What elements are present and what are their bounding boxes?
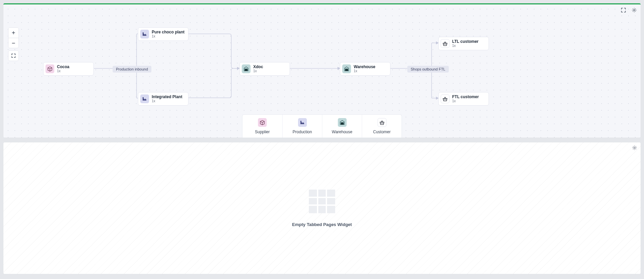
node-palette: Supplier Production Warehouse Customer	[242, 114, 402, 138]
node-pure-choco[interactable]: Pure choco plant 1x	[138, 27, 188, 41]
empty-widget-text: Empty Tabbed Pages Widget	[292, 222, 352, 227]
canvas-toolbar	[620, 6, 638, 14]
box-icon	[46, 64, 54, 73]
node-sub: 1x	[354, 69, 375, 73]
warehouse-icon	[242, 64, 251, 73]
node-sub: 1x	[452, 99, 479, 103]
node-ftl-customer[interactable]: FTL customer 1x	[438, 92, 489, 106]
palette-label: Warehouse	[332, 130, 352, 134]
diagram-canvas[interactable]: Production inbound Shops outbound FTL Co…	[3, 3, 641, 138]
zoom-in-button[interactable]	[8, 28, 19, 38]
node-sub: 1x	[152, 34, 184, 38]
svg-rect-2	[309, 190, 335, 213]
node-sub: 1x	[452, 44, 478, 48]
fit-view-button[interactable]	[8, 51, 19, 61]
basket-icon	[441, 39, 449, 48]
zoom-out-button[interactable]	[8, 38, 19, 48]
factory-icon	[140, 94, 149, 103]
tabbed-pages-widget: Empty Tabbed Pages Widget	[3, 142, 641, 274]
node-title: LTL customer	[452, 39, 478, 44]
gear-icon[interactable]	[632, 145, 637, 152]
node-title: Xdoc	[253, 64, 263, 69]
basket-icon	[441, 94, 449, 103]
zoom-controls	[8, 27, 19, 61]
palette-customer[interactable]: Customer	[362, 115, 402, 138]
node-ltl-customer[interactable]: LTL customer 1x	[438, 37, 489, 50]
node-warehouse[interactable]: Warehouse 1x	[340, 62, 390, 76]
empty-state: Empty Tabbed Pages Widget	[292, 190, 352, 227]
basket-icon	[378, 118, 386, 127]
node-title: Pure choco plant	[152, 30, 184, 34]
grid-icon	[309, 190, 335, 213]
node-xdoc[interactable]: Xdoc 1x	[239, 62, 290, 76]
box-icon	[258, 118, 267, 127]
fullscreen-icon[interactable]	[620, 6, 627, 14]
gear-icon[interactable]	[631, 6, 638, 14]
node-title: FTL customer	[452, 94, 479, 99]
node-sub: 1x	[57, 69, 69, 73]
palette-label: Production	[293, 130, 312, 134]
node-title: Cocoa	[57, 64, 69, 69]
factory-icon	[140, 30, 149, 38]
page: Production inbound Shops outbound FTL Co…	[0, 0, 644, 277]
node-sub: 1x	[253, 69, 263, 73]
palette-production[interactable]: Production	[282, 115, 322, 138]
warehouse-icon	[342, 64, 351, 73]
node-title: Warehouse	[354, 64, 375, 69]
node-sub: 1x	[152, 99, 182, 103]
edge-label-shops-outbound-ftl[interactable]: Shops outbound FTL	[407, 66, 449, 73]
factory-icon	[298, 118, 307, 127]
palette-label: Customer	[373, 130, 390, 134]
palette-label: Supplier	[255, 130, 270, 134]
palette-supplier[interactable]: Supplier	[242, 115, 282, 138]
node-title: Integrated Plant	[152, 94, 182, 99]
node-cocoa[interactable]: Cocoa 1x	[43, 62, 94, 76]
palette-warehouse[interactable]: Warehouse	[322, 115, 362, 138]
node-integrated-plant[interactable]: Integrated Plant 1x	[138, 92, 188, 106]
edge-label-production-inbound[interactable]: Production inbound	[113, 66, 151, 73]
warehouse-icon	[338, 118, 347, 127]
